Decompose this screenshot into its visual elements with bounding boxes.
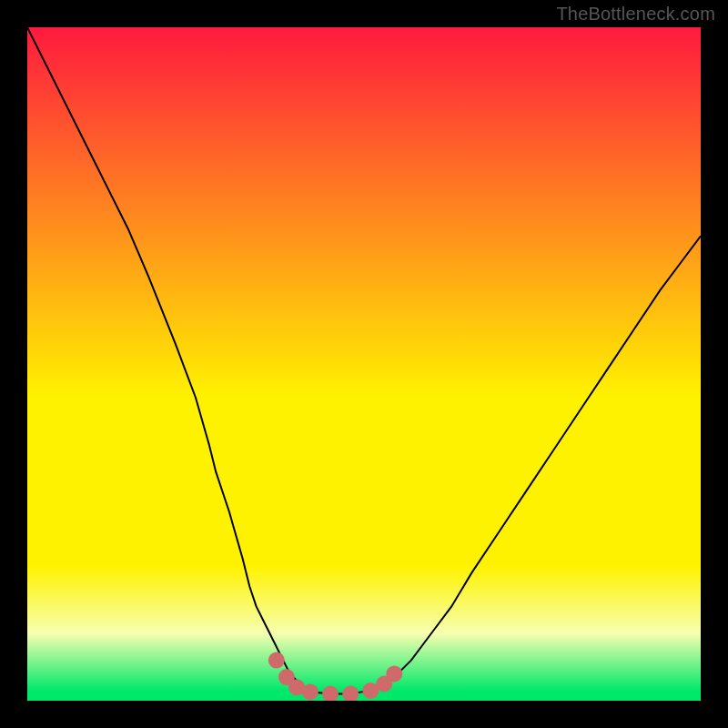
- bottleneck-chart: [27, 27, 701, 701]
- highlight-dot: [302, 683, 318, 700]
- highlight-dot: [386, 665, 402, 682]
- chart-container: [27, 27, 701, 701]
- page-frame: TheBottleneck.com: [0, 0, 728, 728]
- chart-background: [27, 27, 701, 701]
- highlight-dot: [268, 652, 285, 669]
- watermark-text: TheBottleneck.com: [556, 4, 715, 25]
